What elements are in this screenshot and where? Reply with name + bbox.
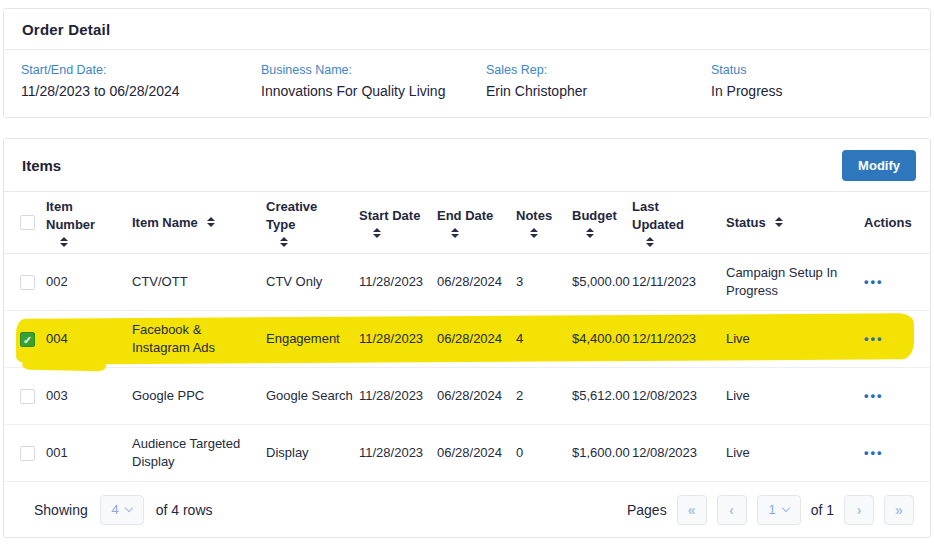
page-size-select[interactable]: 4 xyxy=(100,495,144,525)
prev-page-button[interactable]: ‹ xyxy=(717,495,747,525)
order-detail-header: Order Detail xyxy=(4,9,930,50)
last-page-button[interactable]: » xyxy=(884,495,914,525)
field-business-name: Business Name: Innovations For Quality L… xyxy=(261,63,486,99)
field-label: Status xyxy=(711,63,930,77)
items-header: Items Modify xyxy=(4,139,930,192)
field-label: Business Name: xyxy=(261,63,486,77)
cell-start-date: 11/28/2023 xyxy=(359,444,437,462)
column-header-item-name[interactable]: Item Name xyxy=(132,214,266,232)
column-header-creative-type[interactable]: Creative Type xyxy=(266,198,359,246)
select-all-cell xyxy=(20,215,46,230)
cell-item-name: Facebook & Instagram Ads xyxy=(132,321,266,356)
cell-start-date: 11/28/2023 xyxy=(359,330,437,348)
cell-creative-type: Engagement xyxy=(266,330,359,348)
field-status: Status In Progress xyxy=(711,63,930,99)
table-row-highlighted: 004 Facebook & Instagram Ads Engagement … xyxy=(4,311,930,368)
cell-notes: 2 xyxy=(516,387,572,405)
cell-last-updated: 12/08/2023 xyxy=(632,444,726,462)
field-label: Sales Rep: xyxy=(486,63,711,77)
row-checkbox[interactable] xyxy=(20,275,35,290)
cell-item-number: 002 xyxy=(46,273,132,291)
items-title: Items xyxy=(22,157,61,174)
column-header-item-number[interactable]: Item Number xyxy=(46,198,132,246)
order-detail-fields: Start/End Date: 11/28/2023 to 06/28/2024… xyxy=(4,50,930,117)
row-checkbox-checked[interactable] xyxy=(20,332,35,347)
cell-creative-type: Google Search xyxy=(266,387,359,405)
field-label: Start/End Date: xyxy=(21,63,261,77)
cell-budget: $5,000.00 xyxy=(572,273,632,291)
table-row: 001 Audience Targeted Display Display 11… xyxy=(4,425,930,482)
order-detail-panel: Order Detail Start/End Date: 11/28/2023 … xyxy=(3,8,931,118)
cell-status: Live xyxy=(726,387,864,405)
field-sales-rep: Sales Rep: Erin Christopher xyxy=(486,63,711,99)
sort-icon[interactable] xyxy=(586,228,594,238)
cell-item-number: 003 xyxy=(46,387,132,405)
cell-end-date: 06/28/2024 xyxy=(437,330,516,348)
sort-icon[interactable] xyxy=(775,217,783,227)
cell-start-date: 11/28/2023 xyxy=(359,387,437,405)
select-all-checkbox[interactable] xyxy=(20,215,35,230)
table-row: 003 Google PPC Google Search 11/28/2023 … xyxy=(4,368,930,425)
cell-status: Live xyxy=(726,444,864,462)
sort-icon[interactable] xyxy=(280,237,288,247)
pages-total-label: of 1 xyxy=(811,502,834,518)
cell-budget: $1,600.00 xyxy=(572,444,632,462)
showing-label: Showing xyxy=(34,502,88,518)
sort-icon[interactable] xyxy=(646,237,654,247)
column-header-notes[interactable]: Notes xyxy=(516,207,572,238)
cell-budget: $4,400.00 xyxy=(572,330,632,348)
column-header-actions: Actions xyxy=(864,214,930,232)
pages-label: Pages xyxy=(627,502,667,518)
cell-last-updated: 12/11/2023 xyxy=(632,273,726,291)
cell-status: Campaign Setup In Progress xyxy=(726,264,864,299)
cell-end-date: 06/28/2024 xyxy=(437,273,516,291)
cell-start-date: 11/28/2023 xyxy=(359,273,437,291)
cell-notes: 0 xyxy=(516,444,572,462)
sort-icon[interactable] xyxy=(530,228,538,238)
row-checkbox[interactable] xyxy=(20,389,35,404)
page-select[interactable]: 1 xyxy=(757,495,801,525)
row-actions-ellipsis-icon[interactable]: ••• xyxy=(864,445,884,460)
field-value: Erin Christopher xyxy=(486,83,711,99)
next-page-button[interactable]: › xyxy=(844,495,874,525)
row-actions-ellipsis-icon[interactable]: ••• xyxy=(864,274,884,289)
cell-last-updated: 12/08/2023 xyxy=(632,387,726,405)
field-value: In Progress xyxy=(711,83,930,99)
cell-item-name: CTV/OTT xyxy=(132,273,266,291)
cell-end-date: 06/28/2024 xyxy=(437,444,516,462)
cell-item-number: 001 xyxy=(46,444,132,462)
table-header-row: Item Number Item Name Creative Type Star… xyxy=(4,192,930,254)
column-header-start-date[interactable]: Start Date xyxy=(359,207,437,238)
cell-budget: $5,612.00 xyxy=(572,387,632,405)
cell-creative-type: Display xyxy=(266,444,359,462)
sort-icon[interactable] xyxy=(451,228,459,238)
cell-creative-type: CTV Only xyxy=(266,273,359,291)
column-header-last-updated[interactable]: Last Updated xyxy=(632,198,726,246)
cell-item-name: Audience Targeted Display xyxy=(132,435,266,470)
sort-icon[interactable] xyxy=(373,228,381,238)
row-actions-ellipsis-icon[interactable]: ••• xyxy=(864,388,884,403)
modify-button[interactable]: Modify xyxy=(842,150,916,181)
chevron-down-icon xyxy=(125,504,133,512)
rows-total-label: of 4 rows xyxy=(156,502,213,518)
order-detail-title: Order Detail xyxy=(22,21,110,38)
field-value: 11/28/2023 to 06/28/2024 xyxy=(21,83,261,99)
cell-notes: 3 xyxy=(516,273,572,291)
first-page-button[interactable]: « xyxy=(677,495,707,525)
cell-status: Live xyxy=(726,330,864,348)
table-footer: Showing 4 of 4 rows Pages « ‹ 1 of 1 › » xyxy=(4,482,930,537)
cell-end-date: 06/28/2024 xyxy=(437,387,516,405)
cell-last-updated: 12/11/2023 xyxy=(632,330,726,348)
cell-item-number: 004 xyxy=(46,330,132,348)
column-header-budget[interactable]: Budget xyxy=(572,207,632,238)
field-value: Innovations For Quality Living xyxy=(261,83,486,99)
row-checkbox[interactable] xyxy=(20,446,35,461)
field-start-end-date: Start/End Date: 11/28/2023 to 06/28/2024 xyxy=(21,63,261,99)
cell-item-name: Google PPC xyxy=(132,387,266,405)
sort-icon[interactable] xyxy=(207,217,215,227)
sort-icon[interactable] xyxy=(60,237,68,247)
row-actions-ellipsis-icon[interactable]: ••• xyxy=(864,331,884,346)
column-header-status[interactable]: Status xyxy=(726,214,864,232)
items-panel: Items Modify Item Number Item Name Creat… xyxy=(3,138,931,538)
column-header-end-date[interactable]: End Date xyxy=(437,207,516,238)
